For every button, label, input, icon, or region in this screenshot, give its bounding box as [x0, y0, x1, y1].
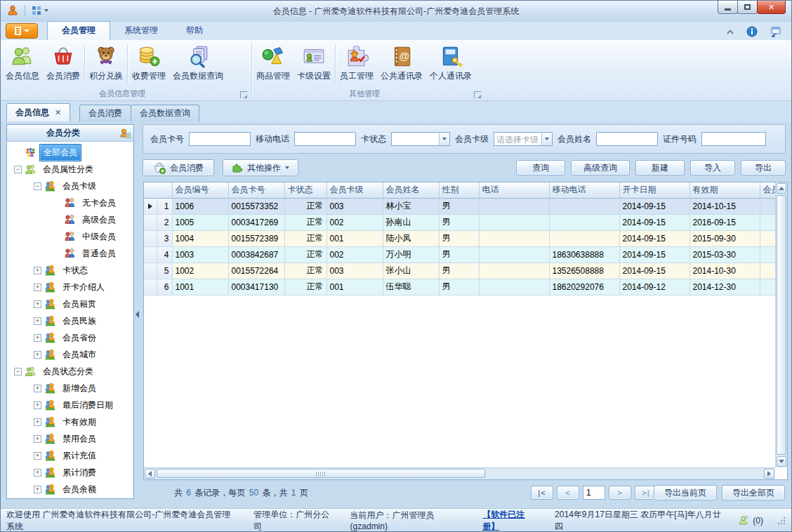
column-header[interactable]: 会员姓名 — [383, 182, 439, 198]
tree-item[interactable]: +开卡介绍人 — [7, 279, 133, 295]
dialog-launcher-icon[interactable] — [240, 91, 247, 98]
restore-button[interactable] — [737, 1, 758, 14]
tree-item[interactable]: +会员省份 — [7, 329, 133, 346]
prev-page-button[interactable]: < — [557, 486, 579, 500]
ribbon-button-member-info[interactable]: 会员信息 — [2, 41, 43, 86]
dialog-launcher-icon[interactable] — [474, 91, 481, 98]
expand-node-icon[interactable]: + — [34, 385, 41, 392]
card-state-select[interactable] — [391, 132, 450, 146]
table-row[interactable]: 610010003417130正常001伍华聪男186202920762014-… — [144, 279, 775, 295]
column-header[interactable]: 会员 — [760, 182, 775, 198]
column-header[interactable]: 电话 — [479, 182, 549, 198]
tree-item[interactable]: 普通会员 — [7, 245, 133, 262]
tree-item[interactable]: +最后消费日期 — [7, 397, 133, 413]
tree-item[interactable]: −会员卡级 — [7, 178, 133, 194]
tree-item[interactable]: −会员状态分类 — [7, 363, 133, 380]
tree-item[interactable]: −会员属性分类 — [7, 161, 133, 178]
tree-item[interactable]: +新增会员 — [7, 380, 133, 397]
expand-node-icon[interactable]: + — [34, 284, 41, 291]
ribbon-tab-member[interactable]: 会员管理 — [47, 21, 110, 40]
tree-item[interactable]: +卡状态 — [7, 262, 133, 279]
card-no-input[interactable] — [189, 132, 251, 146]
table-row[interactable]: 310040015572389正常001陆小凤男2014-09-152015-0… — [144, 230, 775, 246]
export-all-pages-button[interactable]: 导出全部页 — [722, 485, 785, 500]
other-operations-button[interactable]: 其他操作 — [223, 159, 298, 176]
ribbon-tab-system[interactable]: 系统管理 — [110, 22, 172, 40]
scroll-down-icon[interactable] — [777, 456, 786, 467]
card-level-select[interactable]: 请选择卡级 — [494, 132, 553, 146]
column-header[interactable]: 会员卡级 — [326, 182, 383, 198]
close-button[interactable]: ✕ — [757, 1, 786, 14]
ribbon-button-staff-management[interactable]: 员工管理 — [336, 41, 377, 86]
member-name-input[interactable] — [596, 132, 658, 146]
column-header[interactable]: 卡状态 — [284, 182, 326, 198]
expand-node-icon[interactable]: + — [34, 418, 41, 426]
scroll-right-icon[interactable] — [764, 469, 774, 479]
tree-item[interactable]: +会员城市 — [7, 346, 133, 363]
splitter-collapse-icon[interactable] — [136, 311, 139, 318]
tree-item[interactable]: 中级会员 — [7, 228, 133, 245]
horizontal-scroll-thumb[interactable] — [157, 469, 485, 478]
scroll-left-icon[interactable] — [145, 469, 155, 479]
vertical-scrollbar[interactable] — [775, 182, 787, 467]
column-header[interactable]: 会员卡号 — [228, 182, 284, 198]
tree-item[interactable]: +会员余额 — [7, 481, 133, 498]
expand-node-icon[interactable]: + — [34, 351, 41, 359]
collapse-node-icon[interactable]: − — [34, 182, 41, 190]
table-row[interactable]: 210050003417269正常002孙南山男2014-09-152016-0… — [144, 214, 775, 230]
id-no-input[interactable] — [701, 132, 766, 146]
new-button[interactable]: 新建 — [635, 160, 685, 175]
dropdown-icon[interactable] — [439, 133, 449, 145]
expand-node-icon[interactable]: + — [34, 435, 41, 443]
tree-item[interactable]: 无卡会员 — [7, 194, 133, 211]
query-button[interactable]: 查询 — [516, 160, 565, 175]
first-page-button[interactable]: |< — [531, 486, 553, 500]
tree-item[interactable]: 全部会员 — [7, 144, 133, 161]
collapse-node-icon[interactable]: − — [14, 368, 22, 375]
tree-item[interactable]: +禁用会员 — [7, 430, 133, 447]
tree-item[interactable]: 高级会员 — [7, 211, 133, 228]
page-number-input[interactable] — [583, 486, 605, 500]
collapse-ribbon-icon[interactable] — [725, 27, 735, 36]
mobile-input[interactable] — [294, 132, 356, 146]
export-button[interactable]: 导出 — [741, 160, 786, 175]
tab-close-icon[interactable]: ✕ — [55, 108, 61, 117]
export-current-page-button[interactable]: 导出当前页 — [654, 485, 717, 500]
scroll-up-icon[interactable] — [777, 183, 786, 194]
ribbon-button-member-consume[interactable]: 会员消费 — [43, 41, 84, 86]
table-row[interactable]: 110060015573352正常003林小宝男2014-09-152014-1… — [144, 198, 775, 214]
column-header[interactable]: 有效期 — [689, 182, 760, 198]
tree-item[interactable]: +会员籍贯 — [7, 295, 133, 312]
column-header[interactable]: 性别 — [439, 182, 479, 198]
expand-node-icon[interactable]: + — [34, 401, 41, 409]
doc-tab-member-consume[interactable]: 会员消费 — [79, 105, 131, 121]
tree-item[interactable]: +累计充值 — [7, 447, 133, 464]
expand-node-icon[interactable]: + — [34, 317, 41, 325]
doc-tab-member-data-query[interactable]: 会员数据查询 — [131, 105, 199, 121]
import-button[interactable]: 导入 — [690, 160, 735, 175]
advanced-query-button[interactable]: 高级查询 — [571, 160, 630, 175]
ribbon-button-product-management[interactable]: 商品管理 — [253, 41, 293, 86]
expand-node-icon[interactable]: + — [34, 452, 41, 460]
dropdown-icon[interactable] — [541, 133, 552, 145]
ribbon-button-card-level-settings[interactable]: 卡级设置 — [293, 41, 334, 86]
application-menu-button[interactable] — [6, 23, 38, 39]
ribbon-tab-help[interactable]: 帮助 — [172, 22, 217, 40]
expand-node-icon[interactable]: + — [34, 486, 41, 493]
ribbon-button-points-exchange[interactable]: 积分兑换 — [86, 41, 126, 86]
column-header[interactable]: 移动电话 — [549, 182, 619, 198]
next-page-button[interactable]: > — [609, 486, 631, 500]
ribbon-button-public-contacts[interactable]: @ 公共通讯录 — [377, 41, 426, 86]
ribbon-button-personal-contacts[interactable]: 个人通讯录 — [426, 41, 475, 86]
category-manage-icon[interactable] — [119, 128, 131, 139]
tree-item[interactable]: +卡有效期 — [7, 413, 133, 430]
resize-grip[interactable] — [777, 517, 786, 525]
info-icon[interactable] — [746, 26, 758, 37]
expand-node-icon[interactable]: + — [34, 300, 41, 308]
tree-item[interactable]: +会员民族 — [7, 312, 133, 329]
expand-node-icon[interactable]: + — [34, 267, 41, 274]
minimize-button[interactable] — [718, 1, 738, 14]
column-header[interactable]: 开卡日期 — [619, 182, 689, 198]
horizontal-scrollbar[interactable] — [144, 467, 775, 479]
ribbon-button-member-data-query[interactable]: 会员数据查询 — [169, 41, 227, 86]
